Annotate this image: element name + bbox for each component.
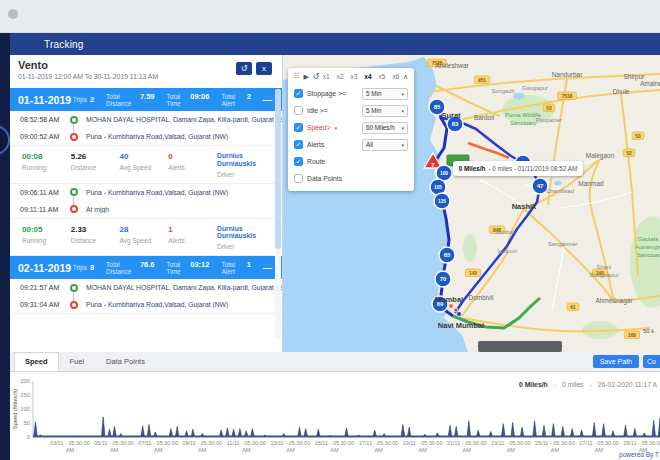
playback-speed-x3[interactable]: x3 [350, 73, 357, 80]
close-button[interactable]: x [256, 62, 272, 75]
stat-avg-speed: 40Avg Speed [120, 152, 169, 178]
day-alert-value: 1 [247, 260, 251, 269]
history-button[interactable]: ↺ [236, 62, 252, 75]
speed-select[interactable]: 60 Miles/h▾ [362, 122, 408, 134]
date-range: 01-11-2019 12:00 AM To 30-11-2019 11:13 … [18, 73, 158, 80]
tab-fuel[interactable]: Fuel [59, 352, 96, 371]
stat-running: 00:05Running [22, 225, 71, 251]
map-place-label: Navi Mumbai [438, 321, 484, 330]
event-dot[interactable] [457, 312, 462, 317]
trip-item[interactable]: 09:06:11 AMPuna - Kumbhariya Road,Valsad… [10, 184, 282, 257]
speed-checkbox[interactable]: ✓ [294, 123, 303, 132]
playback-speed-x6[interactable]: x6 [392, 73, 399, 80]
map-place-label: Autramghat [635, 244, 660, 250]
playback-speed-x1[interactable]: x1 [323, 73, 330, 80]
svg-text:AM: AM [286, 447, 295, 453]
stoppage-select[interactable]: 5 Min▾ [362, 88, 408, 100]
refresh-icon[interactable]: ↺ [312, 72, 319, 81]
day-distance-label: Total Distance [106, 261, 137, 275]
event-dot[interactable] [454, 308, 458, 312]
trip-stats: 00:05Running2.33Distance28Avg Speed1Aler… [10, 218, 282, 257]
y-axis-title: Speed (Miles/h) [12, 389, 18, 430]
map-place-label: Shingnapur [589, 272, 619, 278]
bottom-bar-buttons: Save Path Co [593, 352, 660, 371]
collapse-up-icon[interactable]: ∧ [403, 73, 408, 81]
trip-address: At mjgh [86, 206, 282, 213]
day-trips-label: Trips [73, 264, 87, 271]
alerts-checkbox[interactable]: ✓ [294, 140, 303, 149]
lake [513, 93, 525, 100]
map[interactable]: 9517538535352848140160611607538785834847… [283, 55, 660, 352]
road-badge-number: 53 [546, 106, 552, 111]
drag-handle-icon[interactable]: ⠿ [294, 72, 300, 81]
stoppage-checkbox[interactable]: ✓ [294, 89, 303, 98]
playback-speed-x5[interactable]: x5 [379, 73, 386, 80]
trip-time: 08:52:58 AM [20, 116, 70, 123]
chart-info-distance: 0 miles [562, 381, 584, 388]
day-distance-label: Total Distance [106, 93, 137, 107]
trip-end-row[interactable]: 09:11:11 AMAt mjgh [10, 201, 282, 218]
play-icon[interactable]: ▶ [303, 73, 308, 81]
playback-speed-x4[interactable]: x4 [364, 73, 371, 80]
event-dot[interactable] [449, 304, 454, 309]
trip-start-icon [70, 116, 78, 124]
y-tick-label: 100 [20, 406, 30, 412]
trip-item[interactable]: 09:21:57 AMMOHAN DAYAL HOSPITAL, Damani … [10, 279, 282, 314]
route-checkbox[interactable]: ✓ [294, 157, 303, 166]
trip-start-row[interactable]: 09:06:11 AMPuna - Kumbhariya Road,Valsad… [10, 184, 282, 201]
compare-button[interactable]: Co [643, 355, 660, 368]
map-tooltip: 0 Miles/h - 0 miles - 01/11/2019 08:52 A… [453, 161, 583, 176]
map-place-label: Amalner [640, 80, 660, 87]
stat-avg-speed: 28Avg Speed [120, 225, 169, 251]
trip-start-row[interactable]: 08:52:58 AMMOHAN DAYAL HOSPITAL, Damani … [10, 111, 282, 128]
trip-time: 09:21:57 AM [20, 284, 70, 291]
playback-speed-x2[interactable]: x2 [337, 73, 344, 80]
tab-data-points[interactable]: Data Points [95, 352, 156, 371]
trip-start-row[interactable]: 09:21:57 AMMOHAN DAYAL HOSPITAL, Damani … [10, 279, 282, 296]
day-summary-row[interactable]: 02-11-2019Trips8Total Distance76.6Total … [10, 256, 282, 279]
page-title: Tracking [44, 39, 84, 50]
idle-select-value: 5 Min [366, 107, 381, 114]
vehicle-header: Vento 01-11-2019 12:00 AM To 30-11-2019 … [10, 55, 282, 88]
route-point-speed: 83 [452, 121, 459, 127]
road-badge-number: 160 [628, 333, 636, 338]
save-path-button[interactable]: Save Path [593, 355, 639, 368]
idle-checkbox[interactable] [294, 106, 303, 115]
map-place-label: Igatpuri [497, 248, 516, 254]
chevron-down-icon: ▾ [401, 91, 404, 97]
svg-text:AM: AM [595, 447, 604, 453]
alerts-label: Alerts [307, 141, 324, 148]
data-points-checkbox[interactable] [294, 174, 303, 183]
trip-end-row[interactable]: 09:00:52 AMPuna - Kumbhariya Road,Valsad… [10, 128, 282, 145]
window-dot [8, 9, 18, 19]
day-summary-row[interactable]: 01-11-2019Trips2Total Distance7.59Total … [10, 88, 282, 111]
collapse-icon[interactable]: — [263, 263, 272, 273]
idle-select[interactable]: 5 Min▾ [362, 105, 408, 117]
top-strip [0, 0, 660, 33]
day-distance-value: 76.6 [140, 260, 155, 269]
svg-text:AM: AM [110, 447, 119, 453]
svg-text:AM: AM [66, 447, 75, 453]
trip-end-row[interactable]: 09:31:04 AMPuna - Kumbhariya Road,Valsad… [10, 296, 282, 313]
scrollbar-thumb[interactable] [275, 89, 281, 249]
chart-info-line: 0 Miles/h - 0 miles - 26-02-2020 11:17 A [519, 381, 657, 388]
collapse-icon[interactable]: — [263, 95, 272, 105]
trip-time: 09:06:11 AM [20, 189, 70, 196]
trip-item[interactable]: 08:52:58 AMMOHAN DAYAL HOSPITAL, Damani … [10, 111, 282, 184]
tab-speed[interactable]: Speed [14, 352, 59, 371]
svg-text:AM: AM [154, 447, 163, 453]
alerts-select[interactable]: All▾ [362, 139, 408, 151]
trip-address: MOHAN DAYAL HOSPITAL, Damani Zapa, Killa… [86, 116, 282, 123]
chart-info-speed: 0 Miles/h [519, 381, 548, 388]
map-place-label: Nashik [512, 202, 537, 211]
speed-dropdown-icon[interactable]: ▾ [335, 125, 338, 131]
map-place-label: Dhule [613, 88, 630, 95]
day-time-value: 09:06 [190, 92, 209, 101]
day-distance-value: 7.59 [140, 92, 155, 101]
highway-road [462, 318, 650, 331]
panel-scrollbar[interactable] [275, 89, 281, 339]
tooltip-rest: - 0 miles - 01/11/2019 08:52 AM [488, 165, 577, 172]
trip-stats: 00:08Running5.26Distance40Avg Speed0Aler… [10, 145, 282, 184]
route-inland-polyline [441, 118, 540, 313]
route-point-speed: 100 [440, 171, 448, 176]
